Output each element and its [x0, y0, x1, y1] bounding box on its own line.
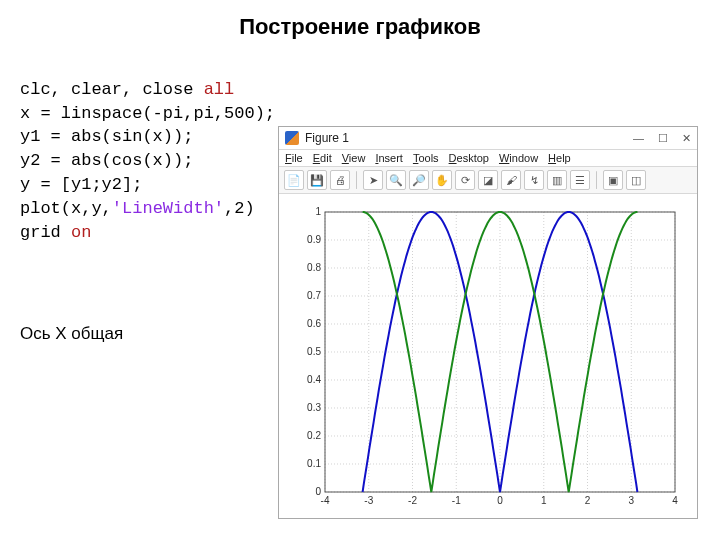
- matlab-icon: [285, 131, 299, 145]
- minimize-button[interactable]: —: [633, 132, 644, 145]
- svg-text:0: 0: [315, 486, 321, 497]
- code-l5: y = [y1;y2];: [20, 175, 142, 194]
- figure-toolbar: 📄 💾 🖨 ➤ 🔍 🔎 ✋ ⟳ ◪ 🖌 ↯ ▥ ☰ ▣ ◫: [279, 167, 697, 194]
- svg-text:0.2: 0.2: [307, 430, 321, 441]
- code-l1a: clc, clear, close: [20, 80, 204, 99]
- svg-text:0.1: 0.1: [307, 458, 321, 469]
- code-l7b: on: [71, 223, 91, 242]
- svg-text:0.8: 0.8: [307, 262, 321, 273]
- menu-desktop[interactable]: Desktop: [449, 152, 489, 164]
- svg-text:0.6: 0.6: [307, 318, 321, 329]
- zoom-in-icon[interactable]: 🔍: [386, 170, 406, 190]
- menu-window[interactable]: Window: [499, 152, 538, 164]
- menu-help[interactable]: Help: [548, 152, 571, 164]
- datatip-icon[interactable]: ◪: [478, 170, 498, 190]
- toolbar-separator: [596, 171, 597, 189]
- svg-text:0.4: 0.4: [307, 374, 321, 385]
- brush-icon[interactable]: 🖌: [501, 170, 521, 190]
- close-button[interactable]: ✕: [682, 132, 691, 145]
- plot-area: -4-3-2-10123400.10.20.30.40.50.60.70.80.…: [279, 194, 697, 518]
- svg-text:0.3: 0.3: [307, 402, 321, 413]
- figure-window: Figure 1 — ☐ ✕ File Edit View Insert Too…: [278, 126, 698, 519]
- save-icon[interactable]: 💾: [307, 170, 327, 190]
- svg-text:1: 1: [315, 206, 321, 217]
- menu-insert[interactable]: Insert: [375, 152, 403, 164]
- code-l6a: plot(x,y,: [20, 199, 112, 218]
- svg-text:0.7: 0.7: [307, 290, 321, 301]
- maximize-button[interactable]: ☐: [658, 132, 668, 145]
- menu-file[interactable]: File: [285, 152, 303, 164]
- layout-icon[interactable]: ◫: [626, 170, 646, 190]
- code-l3: y1 = abs(sin(x));: [20, 127, 193, 146]
- page-title: Построение графиков: [20, 14, 700, 40]
- svg-text:4: 4: [672, 495, 678, 506]
- svg-text:1: 1: [541, 495, 547, 506]
- code-l2: x = linspace(-pi,pi,500);: [20, 104, 275, 123]
- code-l7a: grid: [20, 223, 71, 242]
- colorbar-icon[interactable]: ▥: [547, 170, 567, 190]
- new-figure-icon[interactable]: 📄: [284, 170, 304, 190]
- pointer-icon[interactable]: ➤: [363, 170, 383, 190]
- code-l1b: all: [204, 80, 235, 99]
- menu-edit[interactable]: Edit: [313, 152, 332, 164]
- svg-text:-2: -2: [408, 495, 417, 506]
- rotate-icon[interactable]: ⟳: [455, 170, 475, 190]
- dock-icon[interactable]: ▣: [603, 170, 623, 190]
- svg-text:-1: -1: [452, 495, 461, 506]
- figure-menubar: File Edit View Insert Tools Desktop Wind…: [279, 150, 697, 167]
- svg-text:0.9: 0.9: [307, 234, 321, 245]
- svg-text:-3: -3: [364, 495, 373, 506]
- svg-text:-4: -4: [321, 495, 330, 506]
- figure-title: Figure 1: [305, 131, 633, 145]
- chart-canvas: -4-3-2-10123400.10.20.30.40.50.60.70.80.…: [285, 204, 685, 514]
- print-icon[interactable]: 🖨: [330, 170, 350, 190]
- menu-tools[interactable]: Tools: [413, 152, 439, 164]
- legend-icon[interactable]: ☰: [570, 170, 590, 190]
- svg-text:2: 2: [585, 495, 591, 506]
- svg-text:3: 3: [628, 495, 634, 506]
- code-l6c: ,2): [224, 199, 255, 218]
- svg-text:0: 0: [497, 495, 503, 506]
- figure-titlebar: Figure 1 — ☐ ✕: [279, 127, 697, 150]
- svg-text:0.5: 0.5: [307, 346, 321, 357]
- menu-view[interactable]: View: [342, 152, 366, 164]
- link-icon[interactable]: ↯: [524, 170, 544, 190]
- code-l6b: 'LineWidth': [112, 199, 224, 218]
- pan-icon[interactable]: ✋: [432, 170, 452, 190]
- toolbar-separator: [356, 171, 357, 189]
- code-l4: y2 = abs(cos(x));: [20, 151, 193, 170]
- zoom-out-icon[interactable]: 🔎: [409, 170, 429, 190]
